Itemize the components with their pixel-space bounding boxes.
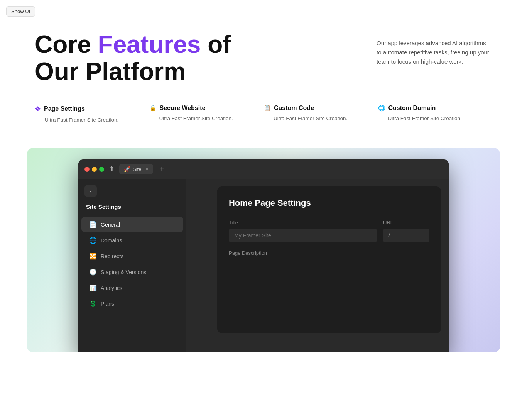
feature-tab-title-secure-website: Secure Website — [160, 105, 206, 112]
redirects-icon: 🔀 — [89, 252, 97, 260]
sidebar-item-label-staging: Staging & Versions — [101, 269, 146, 275]
feature-tab-desc-custom-domain: Ultra Fast Framer Site Creation. — [378, 115, 493, 122]
sidebar-item-label-general: General — [101, 222, 120, 228]
plans-icon: 💲 — [89, 300, 97, 307]
hero-title-part2: of — [201, 30, 231, 58]
sidebar-item-label-plans: Plans — [101, 301, 114, 307]
hero-title-block: Core Features of Our Platform — [35, 31, 231, 85]
form-row-title-url: Title URL — [229, 220, 429, 242]
traffic-light-green[interactable] — [99, 167, 104, 172]
browser-section: ⬆ 🚀 Site ✕ + ‹ Site Settings 📄 General 🌐 — [27, 148, 500, 352]
hero-title-line2: Our Platform — [35, 58, 186, 85]
tab-close-icon[interactable]: ✕ — [145, 167, 149, 172]
browser-tab[interactable]: 🚀 Site ✕ — [119, 164, 153, 174]
page-settings-icon: ❖ — [35, 105, 41, 113]
feature-tab-page-settings[interactable]: ❖ Page Settings Ultra Fast Framer Site C… — [35, 105, 149, 132]
sidebar-item-redirects[interactable]: 🔀 Redirects — [81, 249, 183, 264]
form-field-url: URL — [383, 220, 429, 242]
settings-card-title: Home Page Settings — [229, 198, 429, 208]
traffic-lights — [84, 167, 104, 172]
sidebar-item-analytics[interactable]: 📊 Analytics — [81, 280, 183, 295]
page-description-row: Page Description — [229, 250, 429, 256]
browser-chrome: ⬆ 🚀 Site ✕ + — [78, 159, 449, 179]
feature-tab-title-custom-domain: Custom Domain — [388, 105, 436, 112]
feature-tab-header-page-settings: ❖ Page Settings — [35, 105, 149, 113]
hero-description: Our app leverages advanced AI algorithms… — [377, 39, 492, 66]
staging-icon: 🕐 — [89, 268, 97, 276]
form-field-title: Title — [229, 220, 377, 242]
hero-section: Core Features of Our Platform Our app le… — [0, 0, 527, 85]
show-ui-button[interactable]: Show UI — [6, 6, 35, 17]
secure-website-icon: 🔒 — [149, 105, 157, 112]
custom-domain-icon: 🌐 — [378, 105, 385, 112]
feature-tab-desc-custom-code: Ultra Fast Framer Site Creation. — [264, 115, 378, 122]
feature-tab-title-custom-code: Custom Code — [274, 105, 314, 112]
features-tabs: ❖ Page Settings Ultra Fast Framer Site C… — [0, 85, 527, 132]
title-input[interactable] — [229, 229, 377, 242]
tab-label: Site — [133, 166, 141, 172]
hero-title-highlight: Features — [98, 30, 201, 58]
hero-title-part1: Core — [35, 30, 98, 58]
traffic-light-red[interactable] — [84, 167, 90, 172]
browser-logo-icon: ⬆ — [109, 165, 115, 173]
sidebar-item-domains[interactable]: 🌐 Domains — [81, 233, 183, 248]
domains-icon: 🌐 — [89, 237, 97, 244]
general-icon: 📄 — [89, 221, 97, 228]
tab-favicon-icon: 🚀 — [124, 166, 130, 172]
browser-content: ‹ Site Settings 📄 General 🌐 Domains 🔀 Re… — [78, 179, 449, 352]
feature-tab-title-page-settings: Page Settings — [44, 105, 85, 112]
sidebar-title: Site Settings — [78, 203, 186, 216]
browser-window: ⬆ 🚀 Site ✕ + ‹ Site Settings 📄 General 🌐 — [78, 159, 449, 352]
traffic-light-yellow[interactable] — [92, 167, 97, 172]
custom-code-icon: 📋 — [264, 105, 271, 112]
feature-tab-desc-page-settings: Ultra Fast Framer Site Creation. — [35, 116, 149, 124]
url-label: URL — [383, 220, 429, 225]
title-label: Title — [229, 220, 377, 225]
sidebar-back-button[interactable]: ‹ — [84, 185, 97, 197]
feature-tab-header-custom-code: 📋 Custom Code — [264, 105, 378, 112]
sidebar-item-plans[interactable]: 💲 Plans — [81, 296, 183, 311]
sidebar-item-general[interactable]: 📄 General — [81, 217, 183, 232]
feature-tab-custom-code[interactable]: 📋 Custom Code Ultra Fast Framer Site Cre… — [264, 105, 378, 132]
feature-tab-secure-website[interactable]: 🔒 Secure Website Ultra Fast Framer Site … — [149, 105, 264, 132]
feature-tab-header-secure-website: 🔒 Secure Website — [149, 105, 264, 112]
sidebar-item-label-analytics: Analytics — [101, 285, 122, 291]
sidebar-item-staging[interactable]: 🕐 Staging & Versions — [81, 264, 183, 279]
main-content: Home Page Settings Title URL Page Descri… — [186, 179, 449, 352]
settings-card: Home Page Settings Title URL Page Descri… — [217, 186, 441, 333]
sidebar-item-label-redirects: Redirects — [101, 253, 123, 259]
hero-title: Core Features of Our Platform — [35, 31, 231, 85]
new-tab-icon[interactable]: + — [159, 165, 164, 174]
analytics-icon: 📊 — [89, 284, 97, 291]
sidebar: ‹ Site Settings 📄 General 🌐 Domains 🔀 Re… — [78, 179, 186, 352]
page-description-label: Page Description — [229, 250, 429, 256]
feature-tab-header-custom-domain: 🌐 Custom Domain — [378, 105, 493, 112]
sidebar-item-label-domains: Domains — [101, 237, 122, 244]
url-input[interactable] — [383, 229, 429, 242]
feature-tab-custom-domain[interactable]: 🌐 Custom Domain Ultra Fast Framer Site C… — [378, 105, 493, 132]
feature-tab-desc-secure-website: Ultra Fast Framer Site Creation. — [149, 115, 264, 122]
